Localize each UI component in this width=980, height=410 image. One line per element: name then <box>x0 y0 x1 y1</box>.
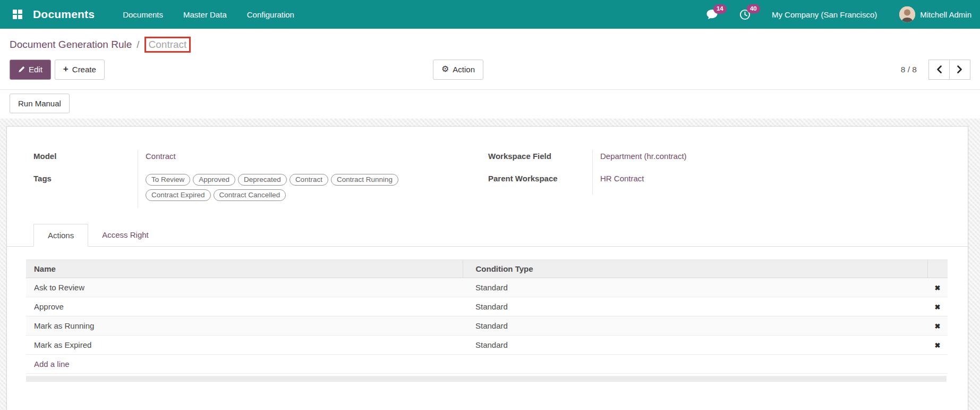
list-footer-strip <box>26 376 947 382</box>
pencil-icon <box>18 66 25 73</box>
chevron-right-icon <box>957 65 962 73</box>
tags-value: To ReviewApprovedDeprecatedContractContr… <box>138 172 462 208</box>
action-button-label: Action <box>453 64 475 75</box>
tag-pill: Deprecated <box>238 174 287 186</box>
tag-pill: Contract Running <box>331 174 398 186</box>
table-row[interactable]: Mark as RunningStandard✖ <box>26 316 948 336</box>
systray: 14 40 My Company (San Francisco) Mitchel… <box>706 6 972 22</box>
action-buttons-row: Run Manual <box>0 90 980 119</box>
create-button-label: Create <box>72 64 96 75</box>
row-name-cell: Mark as Expired <box>26 336 463 355</box>
table-row[interactable]: Ask to ReviewStandard✖ <box>26 278 948 297</box>
actions-table: Name Condition Type Ask to ReviewStandar… <box>26 260 948 374</box>
topbar-menu-documents[interactable]: Documents <box>113 0 173 29</box>
table-row[interactable]: Mark as ExpiredStandard✖ <box>26 336 948 355</box>
column-header-condition-type[interactable]: Condition Type <box>463 260 927 278</box>
row-condition-type-cell: Standard <box>463 336 927 355</box>
tag-pill: Contract <box>289 174 328 186</box>
messages-badge: 14 <box>713 4 727 14</box>
avatar <box>899 6 915 22</box>
pager-previous-button[interactable] <box>928 60 950 80</box>
form-sheet: Model Contract Tags To ReviewApprovedDep… <box>6 126 968 410</box>
row-name-cell: Approve <box>26 297 463 316</box>
parent-workspace-label: Parent Workspace <box>488 172 592 195</box>
field-parent-workspace: Parent Workspace HR Contract <box>488 172 947 195</box>
messages-menu[interactable]: 14 <box>706 9 718 20</box>
topbar-menu-configuration[interactable]: Configuration <box>237 0 304 29</box>
breadcrumb-separator: / <box>137 39 139 51</box>
edit-button-label: Edit <box>29 64 42 75</box>
field-tags: Tags To ReviewApprovedDeprecatedContract… <box>33 172 462 208</box>
tab-actions[interactable]: Actions <box>33 224 88 247</box>
row-condition-type-cell: Standard <box>463 297 927 316</box>
row-condition-type-cell: Standard <box>463 278 927 297</box>
table-row[interactable]: ApproveStandard✖ <box>26 297 948 316</box>
topbar-menus: DocumentsMaster DataConfiguration <box>113 0 304 29</box>
pager-next-button[interactable] <box>949 60 970 80</box>
parent-workspace-value-link[interactable]: HR Contract <box>600 174 644 183</box>
tag-pill: To Review <box>146 174 190 186</box>
row-name-cell: Mark as Running <box>26 316 463 336</box>
company-switcher[interactable]: My Company (San Francisco) <box>772 10 877 19</box>
breadcrumb-current: Contract <box>144 37 191 53</box>
workspace-field-value-link[interactable]: Department (hr.contract) <box>600 152 687 161</box>
activities-badge: 40 <box>747 4 760 14</box>
gear-icon: ⚙ <box>441 65 449 73</box>
add-a-line-row: Add a line <box>26 355 948 374</box>
x-delete-icon[interactable]: ✖ <box>935 284 941 292</box>
run-manual-label: Run Manual <box>18 98 61 109</box>
app-title[interactable]: Documents <box>33 8 95 21</box>
tag-pill: Contract Cancelled <box>214 189 286 201</box>
notebook-tabs: Actions Access Right <box>7 224 968 247</box>
run-manual-button[interactable]: Run Manual <box>10 94 70 114</box>
field-column-right: Workspace Field Department (hr.contract)… <box>488 150 947 208</box>
x-delete-icon[interactable]: ✖ <box>935 341 941 349</box>
control-panel-buttons: Edit + Create ⚙ Action 8 / 8 <box>0 55 980 90</box>
pager-count: 8 / 8 <box>901 65 917 74</box>
tags-label: Tags <box>33 172 138 208</box>
create-button[interactable]: + Create <box>55 60 105 80</box>
model-value-link[interactable]: Contract <box>146 152 176 161</box>
edit-button[interactable]: Edit <box>10 60 51 80</box>
activities-menu[interactable]: 40 <box>739 9 751 20</box>
topbar-menu-master-data[interactable]: Master Data <box>173 0 237 29</box>
field-model: Model Contract <box>33 150 462 172</box>
user-name: Mitchell Admin <box>920 10 972 19</box>
row-condition-type-cell: Standard <box>463 316 927 336</box>
x-delete-icon[interactable]: ✖ <box>935 322 941 330</box>
add-a-line-link[interactable]: Add a line <box>34 359 70 369</box>
chevron-left-icon <box>936 65 942 73</box>
field-workspace-field: Workspace Field Department (hr.contract) <box>488 150 947 172</box>
model-label: Model <box>33 150 138 172</box>
field-column-left: Model Contract Tags To ReviewApprovedDep… <box>33 150 462 208</box>
row-name-cell: Ask to Review <box>26 278 463 297</box>
form-view-background: Model Contract Tags To ReviewApprovedDep… <box>0 119 980 410</box>
x-delete-icon[interactable]: ✖ <box>935 303 941 311</box>
tab-access-right[interactable]: Access Right <box>88 224 163 246</box>
workspace-field-label: Workspace Field <box>488 150 592 172</box>
tag-pill: Approved <box>193 174 235 186</box>
table-header-row: Name Condition Type <box>26 260 948 278</box>
user-menu[interactable]: Mitchell Admin <box>899 6 972 22</box>
breadcrumb: Document Generation Rule / Contract <box>0 29 980 55</box>
column-header-name[interactable]: Name <box>26 260 463 278</box>
breadcrumb-parent-link[interactable]: Document Generation Rule <box>10 39 132 51</box>
action-button[interactable]: ⚙ Action <box>433 60 483 80</box>
top-navbar: Documents DocumentsMaster DataConfigurat… <box>0 0 980 29</box>
pager: 8 / 8 <box>901 60 970 80</box>
field-group: Model Contract Tags To ReviewApprovedDep… <box>7 127 968 208</box>
tag-pill: Contract Expired <box>146 189 211 201</box>
plus-icon: + <box>63 64 69 73</box>
apps-grid-icon[interactable] <box>8 5 27 23</box>
actions-list: Name Condition Type Ask to ReviewStandar… <box>26 260 947 382</box>
column-header-delete <box>927 260 948 278</box>
